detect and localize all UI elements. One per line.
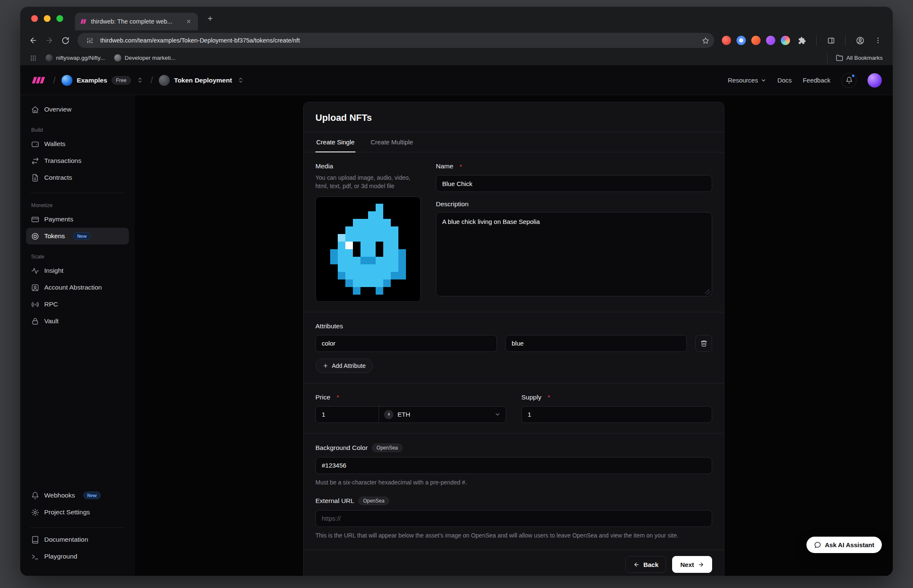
sidebar-item-vault[interactable]: Vault <box>26 313 129 330</box>
tab-create-single[interactable]: Create Single <box>315 132 355 152</box>
terminal-icon <box>31 553 39 561</box>
coin-icon <box>31 232 39 240</box>
extension-icon-multicolor[interactable] <box>781 36 790 45</box>
opensea-badge: OpenSea <box>358 497 389 505</box>
attribute-trait-input[interactable] <box>315 335 497 352</box>
browser-tab[interactable]: thirdweb: The complete web... <box>75 13 198 30</box>
back-button[interactable] <box>25 32 41 48</box>
attribute-row <box>315 335 712 352</box>
tab-title: thirdweb: The complete web... <box>91 18 180 25</box>
sidebar-item-project-settings[interactable]: Project Settings <box>26 504 129 521</box>
tab-create-multiple[interactable]: Create Multiple <box>370 132 414 152</box>
resources-menu[interactable]: Resources <box>728 77 766 84</box>
description-textarea[interactable]: A blue chick living on Base Sepolia <box>436 212 712 296</box>
attribute-value-input[interactable] <box>505 335 687 352</box>
price-input[interactable] <box>316 407 379 423</box>
forward-button[interactable] <box>41 32 57 48</box>
media-upload-preview[interactable] <box>315 197 421 302</box>
docs-link[interactable]: Docs <box>777 77 792 84</box>
sidebar-item-insight[interactable]: Insight <box>26 262 129 279</box>
team-switcher-icon[interactable] <box>135 76 144 85</box>
all-bookmarks-button[interactable]: All Bookmarks <box>833 53 886 63</box>
bell-icon <box>31 492 39 500</box>
sidebar-item-documentation[interactable]: Documentation <box>26 531 129 548</box>
team-breadcrumb[interactable]: Examples Free <box>61 75 144 86</box>
url-bar[interactable]: thirdweb.com/team/examples/Token-Deploym… <box>77 33 714 48</box>
tab-strip: thirdweb: The complete web... <box>20 7 893 30</box>
new-badge: New <box>83 492 101 499</box>
name-description-column: Name* Description A blue chick living on… <box>436 162 712 302</box>
back-button[interactable]: Back <box>625 556 667 573</box>
new-tab-button[interactable] <box>203 11 217 26</box>
chevron-down-icon <box>494 411 501 418</box>
all-bookmarks-label: All Bookmarks <box>846 55 883 61</box>
tab-close-icon[interactable] <box>184 17 193 26</box>
project-breadcrumb[interactable]: Token Deployment <box>159 75 246 86</box>
apps-grid-icon[interactable] <box>27 52 40 64</box>
plus-icon <box>207 15 214 22</box>
bookmark-item[interactable]: Developer marketi... <box>111 53 179 63</box>
minimize-window-button[interactable] <box>44 15 51 22</box>
reload-button[interactable] <box>57 32 73 48</box>
close-window-button[interactable] <box>31 15 38 22</box>
bookmark-favicon <box>114 54 121 61</box>
sidebar-item-rpc[interactable]: RPC <box>26 296 129 313</box>
media-help-text: You can upload image, audio, video, html… <box>315 173 417 191</box>
supply-label: Supply <box>521 394 541 401</box>
chevron-down-icon <box>761 77 766 83</box>
site-info-icon[interactable] <box>83 34 96 47</box>
sidebar-item-transactions[interactable]: Transactions <box>26 152 129 169</box>
extensions-puzzle-icon[interactable] <box>796 34 808 47</box>
background-color-input[interactable] <box>315 457 712 474</box>
nft-pixel-art <box>323 204 414 295</box>
eth-coin-icon <box>384 410 393 419</box>
user-avatar[interactable] <box>868 73 882 88</box>
side-panel-icon[interactable] <box>825 34 837 47</box>
sidebar-item-wallets[interactable]: Wallets <box>26 136 129 152</box>
app-body: Overview Build Wallets Transactions Cont… <box>20 95 893 576</box>
zoom-window-button[interactable] <box>56 15 63 22</box>
opensea-badge: OpenSea <box>372 444 403 452</box>
add-attribute-button[interactable]: Add Attribute <box>315 359 373 373</box>
bookmark-star-icon[interactable] <box>699 34 712 47</box>
currency-select[interactable]: ETH <box>379 407 506 423</box>
sidebar-item-overview[interactable]: Overview <box>26 101 129 118</box>
book-icon <box>31 536 39 544</box>
project-switcher-icon[interactable] <box>236 76 246 85</box>
ask-ai-assistant-button[interactable]: Ask AI Assistant <box>806 537 882 553</box>
browser-menu-icon[interactable] <box>872 34 884 47</box>
media-column: Media You can upload image, audio, video… <box>315 162 421 302</box>
extension-icon-purple[interactable] <box>766 36 775 45</box>
extension-icon-red[interactable] <box>722 36 731 45</box>
sidebar-item-contracts[interactable]: Contracts <box>26 169 129 186</box>
bell-icon <box>846 77 853 84</box>
notifications-button[interactable] <box>841 73 857 88</box>
extension-icon-blue[interactable] <box>737 36 746 45</box>
sidebar-item-playground[interactable]: Playground <box>26 548 129 565</box>
extension-icon-orange[interactable] <box>751 36 761 45</box>
sidebar-item-payments[interactable]: Payments <box>26 211 129 228</box>
bookmark-label: Developer marketi... <box>125 55 176 61</box>
next-button[interactable]: Next <box>672 556 712 573</box>
profile-icon[interactable] <box>854 34 866 47</box>
sidebar-item-tokens[interactable]: Tokens New <box>26 228 129 245</box>
name-input[interactable] <box>436 175 712 192</box>
team-avatar <box>61 75 72 86</box>
breadcrumb-separator: / <box>53 75 56 86</box>
required-asterisk: * <box>459 163 462 170</box>
wallet-icon <box>31 140 39 148</box>
price-column: Price* ETH <box>315 394 506 423</box>
supply-input[interactable] <box>521 406 712 423</box>
delete-attribute-button[interactable] <box>695 335 712 352</box>
external-url-input[interactable] <box>315 510 712 527</box>
sidebar-item-webhooks[interactable]: Webhooks New <box>26 487 129 504</box>
external-url-label: External URL <box>315 497 354 505</box>
feedback-link[interactable]: Feedback <box>803 77 830 84</box>
bookmark-item[interactable]: niftyswap.gg/Nifty... <box>42 53 108 63</box>
chat-bubble-icon <box>814 541 821 548</box>
form-tabs: Create Single Create Multiple <box>304 132 724 152</box>
sidebar-item-account-abstraction[interactable]: Account Abstraction <box>26 279 129 296</box>
extensions-area <box>718 34 888 47</box>
sidebar-section-build: Build <box>31 127 129 133</box>
background-color-label: Background Color <box>315 444 368 452</box>
